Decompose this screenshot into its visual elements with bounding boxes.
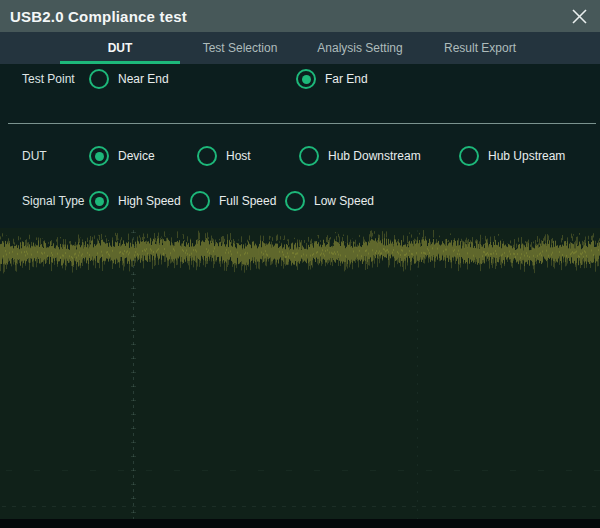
radio-button-icon <box>197 146 217 166</box>
radio-option-low-speed[interactable]: Low Speed <box>285 189 374 213</box>
radio-option-host[interactable]: Host <box>197 144 251 168</box>
radio-button-icon <box>89 69 109 89</box>
radio-option-label: Full Speed <box>219 194 276 208</box>
usb-compliance-dialog: USB2.0 Compliance test DUTTest Selection… <box>0 0 600 528</box>
radio-option-label: Host <box>226 149 251 163</box>
close-icon <box>571 8 588 25</box>
radio-button-icon <box>285 191 305 211</box>
radio-button-icon <box>459 146 479 166</box>
radio-option-label: High Speed <box>118 194 181 208</box>
radio-option-near-end[interactable]: Near End <box>89 67 169 91</box>
row-label: Signal Type <box>22 194 85 208</box>
waveform-display <box>0 228 600 519</box>
dialog-title: USB2.0 Compliance test <box>10 8 187 25</box>
dialog-titlebar: USB2.0 Compliance test <box>0 0 600 32</box>
radio-option-full-speed[interactable]: Full Speed <box>190 189 276 213</box>
tab-label: Analysis Setting <box>317 41 402 55</box>
tab-analysis-setting[interactable]: Analysis Setting <box>300 32 420 64</box>
radio-button-icon <box>190 191 210 211</box>
form-row-test-point: Test Point Near End Far End <box>0 64 600 94</box>
dialog-body: DUT Device Host Hub Downstream Hub Upstr… <box>0 64 600 228</box>
tab-bar: DUTTest SelectionAnalysis SettingResult … <box>0 32 600 64</box>
radio-option-label: Low Speed <box>314 194 374 208</box>
form-row-dut: DUT Device Host Hub Downstream Hub Upstr… <box>0 141 600 171</box>
tab-dut[interactable]: DUT <box>60 32 180 64</box>
radio-option-device[interactable]: Device <box>89 144 155 168</box>
screen-bottom-edge <box>0 519 600 528</box>
radio-option-far-end[interactable]: Far End <box>296 67 368 91</box>
radio-option-label: Near End <box>118 72 169 86</box>
radio-option-hub-upstream[interactable]: Hub Upstream <box>459 144 565 168</box>
section-divider <box>8 123 596 124</box>
radio-button-icon <box>299 146 319 166</box>
radio-button-icon <box>89 146 109 166</box>
tab-test-selection[interactable]: Test Selection <box>180 32 300 64</box>
tab-label: Result Export <box>444 41 516 55</box>
radio-option-label: Device <box>118 149 155 163</box>
close-button[interactable] <box>566 4 592 28</box>
radio-button-icon <box>89 191 109 211</box>
row-label: Test Point <box>22 72 75 86</box>
radio-option-label: Hub Upstream <box>488 149 565 163</box>
row-label: DUT <box>22 149 47 163</box>
tab-label: DUT <box>108 41 133 55</box>
radio-option-hub-downstream[interactable]: Hub Downstream <box>299 144 421 168</box>
radio-option-high-speed[interactable]: High Speed <box>89 189 181 213</box>
radio-button-icon <box>296 69 316 89</box>
radio-option-label: Far End <box>325 72 368 86</box>
scope-display <box>0 228 600 519</box>
tab-result-export[interactable]: Result Export <box>420 32 540 64</box>
form-row-signal-type: Signal Type High Speed Full Speed Low Sp… <box>0 186 600 216</box>
radio-option-label: Hub Downstream <box>328 149 421 163</box>
tab-label: Test Selection <box>203 41 278 55</box>
